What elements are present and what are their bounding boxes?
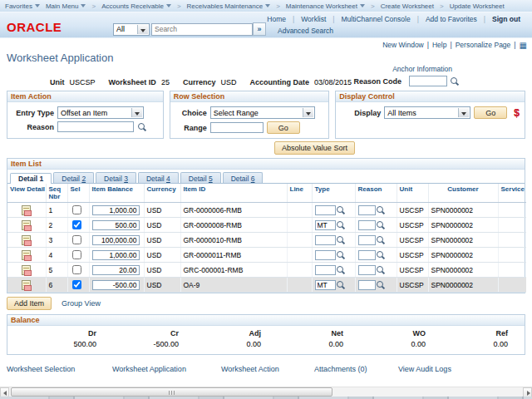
reason-lookup-icon[interactable] [376, 280, 385, 290]
reason-input[interactable] [57, 121, 134, 132]
view-detail-icon[interactable] [22, 235, 31, 245]
type-lookup-icon[interactable] [336, 220, 345, 230]
new-window-link[interactable]: New Window [382, 41, 424, 49]
type-input[interactable] [315, 220, 336, 230]
view-detail-icon[interactable] [22, 280, 31, 290]
breadcrumb-item-receivables-maintenance[interactable]: Receivables Maintenance [187, 2, 271, 10]
nav-link-worklist[interactable]: Worklist [294, 15, 332, 23]
personalize-page-link[interactable]: Personalize Page [456, 41, 511, 49]
tab-key: 5 [209, 175, 213, 183]
select-checkbox[interactable] [72, 205, 81, 214]
select-checkbox[interactable] [72, 235, 81, 244]
item-list-title: Item List [7, 159, 525, 170]
select-checkbox[interactable] [72, 220, 81, 229]
group-view-link[interactable]: Group View [62, 299, 101, 308]
display-go-button[interactable]: Go [474, 106, 507, 119]
type-lookup-icon[interactable] [336, 205, 345, 215]
breadcrumb-separator: > [91, 2, 96, 10]
type-input[interactable] [315, 235, 336, 245]
type-input[interactable] [315, 280, 336, 290]
currency-toggle-icon[interactable]: $ [514, 107, 520, 119]
add-item-button[interactable]: Add Item [7, 297, 52, 310]
unit-cell: USCSP [397, 248, 428, 263]
reason-lookup-icon[interactable] [376, 205, 385, 215]
view-detail-icon[interactable] [22, 265, 31, 275]
select-checkbox[interactable] [72, 265, 81, 274]
search-go-button[interactable]: » [253, 22, 266, 36]
anchor-information-link[interactable]: Anchor Information [392, 65, 452, 73]
tab-label: Detail [231, 175, 249, 183]
nav-link-multichannel-console[interactable]: MultiChannel Console [335, 15, 417, 23]
item-balance-input[interactable] [92, 250, 140, 260]
customer-cell: SPN0000002 [428, 218, 498, 233]
type-input[interactable] [315, 265, 336, 275]
reason-lookup-icon[interactable] [376, 265, 385, 275]
tab-detail-4[interactable]: Detail 4 [138, 172, 179, 183]
absolute-value-sort-button[interactable]: Absolute Value Sort [274, 141, 355, 155]
tab-detail-1[interactable]: Detail 1 [10, 173, 52, 184]
tab-detail-5[interactable]: Detail 5 [180, 172, 221, 183]
type-input[interactable] [315, 250, 336, 260]
reason-input[interactable] [358, 265, 376, 275]
select-checkbox[interactable] [72, 280, 81, 289]
view-detail-icon[interactable] [22, 205, 31, 215]
attachments-link[interactable]: Attachments (0) [314, 365, 398, 373]
worksheet-selection-link[interactable]: Worksheet Selection [7, 365, 112, 373]
service-cell [498, 218, 526, 233]
breadcrumb-item-favorites[interactable]: Favorites [5, 2, 40, 10]
row-selection-title: Row Selection [170, 91, 329, 102]
item-balance-input[interactable] [92, 235, 140, 245]
tab-detail-6[interactable]: Detail 6 [223, 172, 264, 183]
entry-type-select[interactable]: Offset an Item [57, 106, 144, 119]
select-checkbox[interactable] [72, 250, 81, 259]
breadcrumb-item-create-worksheet[interactable]: Create Worksheet [381, 2, 434, 10]
view-detail-icon[interactable] [22, 220, 31, 230]
worksheet-application-link[interactable]: Worksheet Application [112, 365, 221, 373]
item-balance-input[interactable] [92, 265, 140, 275]
reason-input[interactable] [358, 250, 376, 260]
breadcrumb-item-maintenance-worksheet[interactable]: Maintenance Worksheet [286, 2, 365, 10]
item-balance-input[interactable] [92, 205, 140, 215]
reason-lookup-icon[interactable] [137, 122, 146, 132]
reason-code-lookup-icon[interactable] [450, 76, 459, 86]
view-audit-logs-link[interactable]: View Audit Logs [398, 365, 451, 373]
breadcrumb-item-accounts-receivable[interactable]: Accounts Receivable [101, 2, 171, 10]
reason-lookup-icon[interactable] [376, 235, 385, 245]
scrollbar-thumb[interactable] [11, 387, 332, 397]
worksheet-action-link[interactable]: Worksheet Action [221, 365, 314, 373]
table-row-highlighted: 6 USD OA-9 USCSP SPN0000002 [7, 278, 526, 293]
service-cell [498, 248, 526, 263]
range-go-button[interactable]: Go [267, 121, 300, 134]
reason-lookup-icon[interactable] [376, 220, 385, 230]
search-scope-select[interactable]: All [113, 23, 150, 36]
type-lookup-icon[interactable] [336, 235, 345, 245]
range-input[interactable] [210, 122, 264, 133]
search-input[interactable] [151, 23, 253, 36]
reason-lookup-icon[interactable] [376, 250, 385, 260]
type-lookup-icon[interactable] [336, 265, 345, 275]
view-detail-icon[interactable] [22, 250, 31, 260]
balance-wo-label: WO [348, 329, 426, 337]
help-link[interactable]: Help [432, 41, 446, 49]
breadcrumb-item-main-menu[interactable]: Main Menu [46, 2, 86, 10]
nav-link-add-to-favorites[interactable]: Add to Favorites [419, 15, 484, 23]
item-balance-input[interactable] [92, 220, 140, 230]
reason-input[interactable] [358, 205, 376, 215]
tab-detail-2[interactable]: Detail 2 [53, 172, 94, 183]
display-select[interactable]: All Items [384, 106, 470, 119]
breadcrumb-item-update-worksheet[interactable]: Update Worksheet [450, 2, 505, 10]
tab-detail-3[interactable]: Detail 3 [96, 172, 136, 183]
nav-link-sign-out[interactable]: Sign out [485, 15, 527, 23]
reason-input[interactable] [358, 280, 376, 290]
choice-select[interactable]: Select Range [210, 106, 315, 119]
type-lookup-icon[interactable] [336, 250, 345, 260]
advanced-search-link[interactable]: Advanced Search [278, 27, 333, 35]
personalize-grid-icon[interactable]: ▦ [520, 42, 527, 49]
horizontal-scrollbar[interactable] [0, 387, 532, 397]
type-lookup-icon[interactable] [336, 280, 345, 290]
reason-input[interactable] [358, 220, 376, 230]
item-balance-input[interactable] [92, 280, 140, 290]
type-input[interactable] [315, 205, 336, 215]
reason-input[interactable] [358, 235, 376, 245]
reason-code-input[interactable] [409, 76, 447, 86]
